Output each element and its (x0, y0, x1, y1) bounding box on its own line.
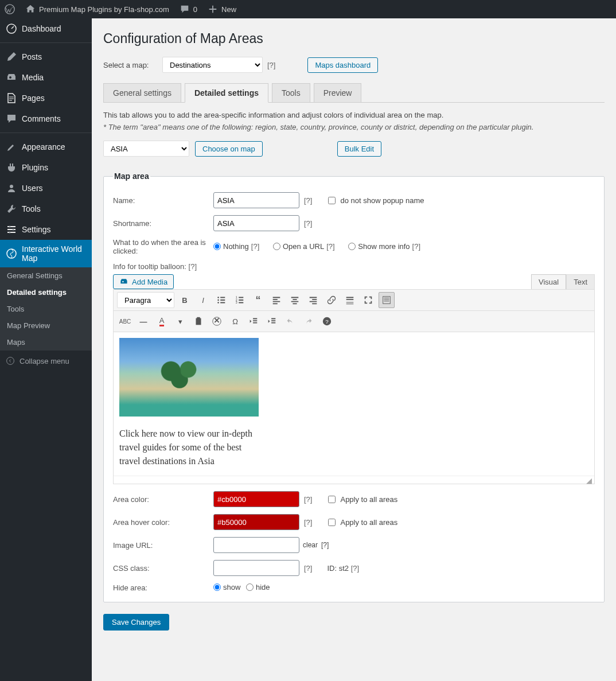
hide-area-label: Hide area: (113, 583, 213, 592)
submenu-detailed[interactable]: Detailed settings (0, 284, 92, 301)
align-right-icon[interactable] (305, 292, 321, 308)
menu-tools[interactable]: Tools (0, 199, 92, 219)
area-select[interactable]: ASIA (103, 141, 189, 157)
admin-topbar: Premium Map Plugins by Fla-shop.com 0 Ne… (0, 0, 616, 18)
hr-icon[interactable]: — (135, 313, 151, 329)
menu-posts[interactable]: Posts (0, 42, 92, 67)
strike-icon[interactable]: ABC (117, 313, 133, 329)
svg-point-6 (7, 249, 16, 258)
submenu-maps[interactable]: Maps (0, 334, 92, 351)
special-char-icon[interactable]: Ω (227, 313, 243, 329)
outdent-icon[interactable] (245, 313, 262, 329)
maps-dashboard-button[interactable]: Maps dashboard (307, 57, 378, 73)
svg-text:3: 3 (236, 301, 237, 304)
svg-point-9 (217, 297, 219, 298)
main-content: Configuration of Map Areas Select a map:… (92, 18, 616, 681)
toolbar-toggle-icon[interactable] (379, 292, 395, 308)
wp-logo[interactable] (5, 4, 15, 14)
click-nothing-radio[interactable] (213, 243, 221, 250)
image-url-input[interactable] (213, 537, 299, 553)
svg-point-4 (13, 229, 14, 231)
site-link[interactable]: Premium Map Plugins by Fla-shop.com (25, 4, 169, 14)
menu-plugins[interactable]: Plugins (0, 157, 92, 178)
menu-dashboard[interactable]: Dashboard (0, 18, 92, 39)
editor-tab-text[interactable]: Text (566, 274, 595, 289)
menu-interactive-map[interactable]: Interactive World Map (0, 240, 92, 267)
link-icon[interactable] (323, 292, 340, 308)
help-icon[interactable]: [?] (321, 541, 329, 549)
collapse-menu[interactable]: Collapse menu (0, 351, 92, 371)
help-toolbar-icon[interactable]: ? (319, 313, 335, 329)
format-select[interactable]: Paragraph (117, 292, 174, 308)
undo-icon[interactable] (282, 313, 298, 329)
click-url-radio[interactable] (273, 243, 280, 250)
quote-icon[interactable]: “ (250, 292, 266, 308)
indent-icon[interactable] (264, 313, 280, 329)
name-input[interactable] (213, 192, 299, 208)
align-left-icon[interactable] (268, 292, 284, 308)
svg-rect-15 (383, 297, 391, 304)
italic-icon[interactable]: I (195, 292, 211, 308)
svg-point-11 (217, 302, 219, 303)
editor-tab-visual[interactable]: Visual (531, 274, 566, 289)
numbered-list-icon[interactable]: 123 (232, 292, 248, 308)
color-dropdown-icon[interactable]: ▾ (172, 313, 188, 329)
map-area-fieldset: Map area Name: [?] do not show popup nam… (103, 167, 605, 602)
click-more-radio[interactable] (348, 243, 356, 250)
help-icon[interactable]: [?] (304, 495, 312, 504)
map-select[interactable]: Destinations (162, 57, 263, 73)
editor-resize-handle[interactable]: ◢ (114, 476, 594, 484)
text-color-icon[interactable]: A (154, 313, 170, 329)
more-icon[interactable] (342, 292, 358, 308)
menu-media[interactable]: Media (0, 67, 92, 88)
admin-sidebar: Dashboard Posts Media Pages Comments App… (0, 18, 92, 681)
area-color-input[interactable] (213, 491, 299, 507)
menu-appearance[interactable]: Appearance (0, 133, 92, 157)
help-icon[interactable]: [?] (304, 219, 312, 228)
bold-icon[interactable]: B (177, 292, 193, 308)
svg-point-18 (213, 317, 221, 325)
svg-point-10 (217, 299, 219, 301)
help-icon[interactable]: [?] (267, 61, 275, 69)
css-class-label: CSS class: (113, 564, 213, 573)
area-color-label: Area color: (113, 495, 213, 504)
hide-hide-radio[interactable] (246, 583, 254, 591)
fullscreen-icon[interactable] (360, 292, 376, 308)
menu-pages[interactable]: Pages (0, 88, 92, 108)
no-popup-checkbox[interactable] (328, 197, 336, 204)
help-icon[interactable]: [?] (304, 518, 312, 527)
menu-settings[interactable]: Settings (0, 219, 92, 240)
tab-detailed[interactable]: Detailed settings (185, 83, 268, 103)
clear-format-icon[interactable] (209, 313, 225, 329)
submenu-general[interactable]: General Settings (0, 267, 92, 284)
hide-show-radio[interactable] (213, 583, 221, 591)
css-class-input[interactable] (213, 560, 299, 576)
bullet-list-icon[interactable] (213, 292, 229, 308)
add-media-button[interactable]: Add Media (113, 274, 174, 289)
paste-icon[interactable] (190, 313, 206, 329)
new-link[interactable]: New (208, 4, 236, 14)
clear-link[interactable]: clear (303, 541, 318, 549)
apply-all-color-checkbox[interactable] (328, 496, 336, 503)
select-map-label: Select a map: (103, 61, 158, 69)
content-image[interactable] (119, 338, 259, 417)
tab-tools[interactable]: Tools (272, 83, 310, 103)
menu-users[interactable]: Users (0, 178, 92, 199)
bulk-edit-button[interactable]: Bulk Edit (337, 141, 381, 157)
shortname-input[interactable] (213, 215, 299, 231)
save-button[interactable]: Save Changes (103, 614, 169, 631)
align-center-icon[interactable] (287, 292, 303, 308)
apply-all-hover-checkbox[interactable] (328, 519, 336, 526)
help-icon[interactable]: [?] (304, 196, 312, 205)
redo-icon[interactable] (301, 313, 317, 329)
menu-comments[interactable]: Comments (0, 108, 92, 129)
hover-color-input[interactable] (213, 514, 299, 530)
tab-preview[interactable]: Preview (314, 83, 362, 103)
comments-link[interactable]: 0 (180, 4, 197, 14)
tab-general[interactable]: General settings (103, 83, 181, 103)
editor-content[interactable]: Click here now to view our in-depth trav… (114, 332, 594, 476)
submenu-tools[interactable]: Tools (0, 301, 92, 317)
choose-on-map-button[interactable]: Choose on map (195, 141, 263, 157)
submenu-preview[interactable]: Map Preview (0, 317, 92, 334)
help-icon[interactable]: [?] (304, 564, 312, 573)
